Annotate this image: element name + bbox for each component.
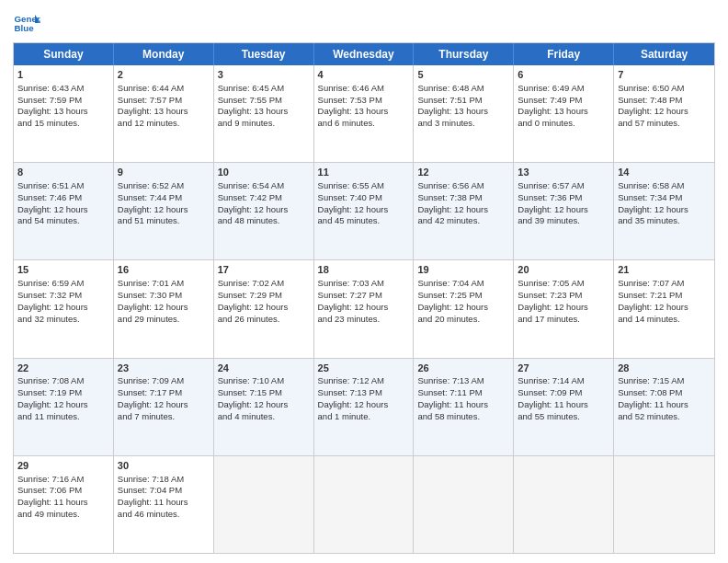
day-number: 14: [618, 166, 711, 179]
header: General Blue: [13, 9, 715, 37]
day-info-line: Daylight: 12 hours: [417, 302, 488, 312]
day-info-line: Daylight: 13 hours: [17, 106, 88, 116]
day-number: 8: [17, 166, 109, 179]
day-info-line: and 11 minutes.: [17, 411, 80, 421]
day-info-line: Sunset: 7:44 PM: [118, 192, 182, 202]
day-info-line: Sunrise: 6:48 AM: [417, 83, 483, 93]
calendar-row: 15Sunrise: 6:59 AMSunset: 7:32 PMDayligh…: [14, 259, 714, 357]
day-number: 5: [417, 68, 509, 82]
day-info-line: and 45 minutes.: [318, 215, 381, 225]
day-info-line: Daylight: 12 hours: [218, 204, 289, 214]
day-info-line: Sunrise: 6:54 AM: [218, 180, 284, 190]
day-cell-30: 30Sunrise: 7:18 AMSunset: 7:04 PMDayligh…: [114, 456, 214, 553]
day-info-line: Daylight: 12 hours: [218, 302, 289, 312]
day-info-line: Daylight: 13 hours: [518, 106, 588, 116]
day-info-line: and 12 minutes.: [118, 118, 180, 128]
svg-text:Blue: Blue: [15, 23, 35, 33]
day-info-line: Sunrise: 6:46 AM: [318, 83, 384, 93]
day-cell-19: 19Sunrise: 7:04 AMSunset: 7:25 PMDayligh…: [414, 260, 514, 357]
day-info-line: Sunset: 7:40 PM: [318, 192, 382, 202]
day-info-line: Sunset: 7:15 PM: [218, 387, 282, 397]
day-cell-6: 6Sunrise: 6:49 AMSunset: 7:49 PMDaylight…: [514, 65, 614, 162]
logo-icon: General Blue: [13, 9, 40, 37]
day-number: 27: [518, 362, 609, 375]
day-info-line: Sunrise: 7:18 AM: [118, 474, 184, 484]
day-number: 13: [518, 166, 609, 179]
day-info-line: Sunset: 7:17 PM: [118, 387, 182, 397]
day-info-line: Sunset: 7:38 PM: [417, 192, 482, 202]
day-cell-8: 8Sunrise: 6:51 AMSunset: 7:46 PMDaylight…: [14, 163, 114, 259]
calendar-row: 1Sunrise: 6:43 AMSunset: 7:59 PMDaylight…: [14, 65, 714, 162]
calendar-row: 22Sunrise: 7:08 AMSunset: 7:19 PMDayligh…: [14, 358, 714, 455]
day-cell-14: 14Sunrise: 6:58 AMSunset: 7:34 PMDayligh…: [614, 163, 714, 259]
day-info-line: Daylight: 12 hours: [17, 399, 88, 409]
day-info-line: Daylight: 13 hours: [218, 106, 289, 116]
day-info-line: Sunrise: 7:12 AM: [318, 375, 384, 385]
day-number: 11: [318, 166, 410, 179]
day-cell-9: 9Sunrise: 6:52 AMSunset: 7:44 PMDaylight…: [114, 163, 214, 259]
day-info-line: Daylight: 12 hours: [518, 204, 588, 214]
day-info-line: Sunset: 7:36 PM: [518, 192, 582, 202]
day-info-line: Daylight: 12 hours: [17, 302, 88, 312]
day-number: 24: [218, 362, 310, 375]
day-info-line: Daylight: 12 hours: [118, 204, 188, 214]
empty-cell: [414, 456, 514, 553]
day-number: 29: [17, 459, 109, 473]
day-info-line: Sunrise: 7:13 AM: [417, 375, 483, 385]
day-info-line: Sunset: 7:53 PM: [318, 95, 382, 105]
day-info-line: Sunrise: 7:08 AM: [17, 375, 84, 385]
day-header-thursday: Thursday: [414, 43, 514, 65]
day-info-line: Daylight: 12 hours: [218, 399, 289, 409]
day-info-line: and 57 minutes.: [618, 118, 680, 128]
day-info-line: and 1 minute.: [318, 411, 371, 421]
day-cell-18: 18Sunrise: 7:03 AMSunset: 7:27 PMDayligh…: [314, 260, 415, 357]
day-cell-2: 2Sunrise: 6:44 AMSunset: 7:57 PMDaylight…: [114, 65, 214, 162]
day-info-line: Daylight: 11 hours: [618, 399, 688, 409]
day-info-line: Daylight: 12 hours: [518, 302, 588, 312]
day-info-line: and 3 minutes.: [417, 118, 474, 128]
day-info-line: Sunrise: 6:58 AM: [618, 180, 684, 190]
day-info-line: and 4 minutes.: [218, 411, 275, 421]
day-info-line: Sunrise: 6:49 AM: [518, 83, 584, 93]
day-cell-23: 23Sunrise: 7:09 AMSunset: 7:17 PMDayligh…: [114, 359, 214, 455]
day-info-line: Sunset: 7:08 PM: [618, 387, 682, 397]
day-info-line: and 55 minutes.: [518, 411, 580, 421]
day-info-line: Sunrise: 7:05 AM: [518, 278, 584, 288]
day-number: 4: [318, 68, 410, 82]
day-number: 7: [618, 68, 711, 82]
day-info-line: Daylight: 11 hours: [518, 399, 588, 409]
day-info-line: Sunset: 7:21 PM: [618, 290, 682, 300]
day-info-line: Daylight: 13 hours: [118, 106, 188, 116]
day-info-line: Sunset: 7:57 PM: [118, 95, 182, 105]
day-cell-21: 21Sunrise: 7:07 AMSunset: 7:21 PMDayligh…: [614, 260, 714, 357]
day-info-line: and 51 minutes.: [118, 215, 180, 225]
day-info-line: Daylight: 12 hours: [417, 204, 488, 214]
day-info-line: Sunset: 7:55 PM: [218, 95, 282, 105]
calendar-body: 1Sunrise: 6:43 AMSunset: 7:59 PMDaylight…: [14, 65, 714, 553]
day-info-line: and 7 minutes.: [118, 411, 175, 421]
day-info-line: Sunset: 7:32 PM: [17, 290, 82, 300]
day-cell-4: 4Sunrise: 6:46 AMSunset: 7:53 PMDaylight…: [314, 65, 415, 162]
day-info-line: and 46 minutes.: [118, 509, 180, 519]
day-header-tuesday: Tuesday: [214, 43, 314, 65]
day-number: 6: [518, 68, 609, 82]
day-cell-17: 17Sunrise: 7:02 AMSunset: 7:29 PMDayligh…: [214, 260, 314, 357]
day-info-line: Sunset: 7:06 PM: [17, 485, 82, 495]
day-cell-20: 20Sunrise: 7:05 AMSunset: 7:23 PMDayligh…: [514, 260, 614, 357]
day-info-line: and 23 minutes.: [318, 314, 381, 324]
day-info-line: and 49 minutes.: [17, 509, 80, 519]
day-number: 25: [318, 362, 410, 375]
day-cell-10: 10Sunrise: 6:54 AMSunset: 7:42 PMDayligh…: [214, 163, 314, 259]
day-info-line: Sunset: 7:42 PM: [218, 192, 282, 202]
day-info-line: Daylight: 11 hours: [17, 497, 88, 507]
day-cell-15: 15Sunrise: 6:59 AMSunset: 7:32 PMDayligh…: [14, 260, 114, 357]
day-info-line: Daylight: 12 hours: [118, 302, 188, 312]
day-number: 10: [218, 166, 310, 179]
logo: General Blue: [13, 9, 40, 37]
day-info-line: Sunset: 7:09 PM: [518, 387, 582, 397]
day-info-line: and 15 minutes.: [17, 118, 80, 128]
day-info-line: and 9 minutes.: [218, 118, 275, 128]
day-info-line: Sunset: 7:13 PM: [318, 387, 382, 397]
day-info-line: and 26 minutes.: [218, 314, 280, 324]
day-info-line: Sunrise: 7:16 AM: [17, 474, 84, 484]
